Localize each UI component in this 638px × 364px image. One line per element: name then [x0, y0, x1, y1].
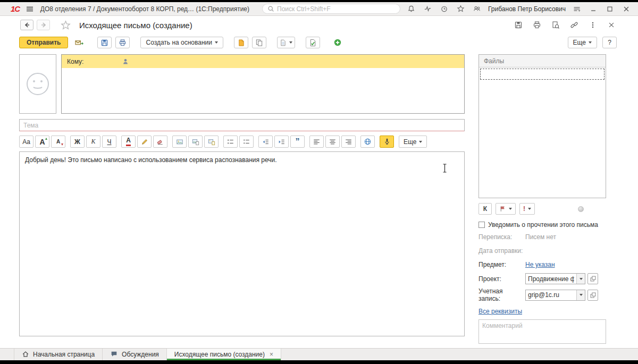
favorites-star-icon[interactable] [455, 4, 466, 14]
text-color-button[interactable]: A [121, 136, 136, 148]
kebab-menu-icon[interactable] [587, 20, 598, 30]
files-list[interactable] [479, 67, 606, 198]
highlight-pen-button[interactable] [137, 136, 152, 148]
outdent-button[interactable] [258, 136, 273, 148]
quick-actions: К ! [478, 203, 606, 215]
favorite-star-icon[interactable] [61, 20, 71, 30]
account-combo[interactable] [525, 290, 585, 301]
project-combo[interactable] [525, 273, 585, 284]
insert-file-image-button[interactable] [204, 136, 219, 148]
control-button[interactable]: К [478, 203, 492, 215]
create-based-on-button[interactable]: Создать на основании [140, 37, 223, 48]
account-input[interactable] [526, 291, 576, 299]
close-window-button[interactable] [621, 4, 632, 14]
save-icon[interactable] [513, 20, 524, 30]
print-button[interactable] [115, 37, 130, 48]
flag-button[interactable] [496, 203, 516, 215]
align-center-button[interactable] [325, 136, 340, 148]
send-envelope-button[interactable] [72, 37, 87, 48]
signature-button[interactable] [306, 37, 320, 48]
notify-checkbox-row[interactable]: Уведомить о прочтении этого письма [478, 221, 606, 228]
chat-bubble-icon [110, 350, 118, 359]
checkbox-icon[interactable] [478, 222, 485, 228]
font-shrink-button[interactable]: A [51, 136, 65, 148]
history-icon[interactable] [439, 4, 449, 14]
person-icon [122, 58, 129, 65]
format-more-button[interactable]: Еще [399, 136, 427, 148]
account-dropdown-button[interactable] [576, 290, 585, 300]
align-left-button[interactable] [309, 136, 324, 148]
avatar [19, 54, 56, 114]
minimize-button[interactable] [588, 4, 599, 14]
recipients-list-area[interactable] [62, 68, 464, 113]
importance-button[interactable]: ! [519, 203, 535, 215]
get-link-icon[interactable] [569, 20, 580, 30]
tab-close-icon[interactable]: × [270, 351, 273, 358]
user-name[interactable]: Грибанов Петр Борисович [488, 5, 566, 13]
tab-outgoing-letter[interactable]: Исходящее письмо (создание) × [167, 349, 281, 360]
files-header: Файлы [479, 55, 606, 67]
files-empty-selection[interactable] [480, 69, 605, 80]
save-button[interactable] [97, 37, 112, 48]
main-area: Кому: Aa A A Ж К Ч [0, 51, 638, 345]
text-cursor-ibeam [442, 164, 447, 174]
numbered-list-icon [226, 138, 234, 146]
templates-dropdown-button[interactable] [277, 37, 295, 48]
preview-icon[interactable] [550, 20, 561, 30]
tab-home[interactable]: Начальная страница [14, 349, 103, 360]
quote-button[interactable]: ” [290, 136, 305, 148]
font-grow-button[interactable]: A [35, 136, 49, 148]
settings-menu-icon[interactable] [572, 4, 582, 14]
italic-button[interactable]: К [86, 136, 100, 148]
search-input[interactable] [277, 5, 396, 13]
clear-format-button[interactable] [153, 136, 167, 148]
all-details-row: Все реквизиты [478, 308, 606, 315]
main-menu-button[interactable] [25, 4, 35, 14]
comment-input[interactable] [478, 319, 606, 344]
tab-discussions[interactable]: Обсуждения [103, 349, 167, 360]
project-input[interactable] [526, 275, 576, 283]
microphone-icon [383, 138, 391, 146]
project-open-button[interactable] [587, 273, 598, 284]
send-button[interactable]: Отправить [19, 37, 68, 48]
subject-input[interactable] [19, 119, 465, 131]
indent-icon [278, 138, 286, 146]
recipients-field[interactable]: Кому: [61, 54, 465, 114]
paste-image-button[interactable] [188, 136, 203, 148]
subject-of-letter-link[interactable]: Не указан [525, 261, 555, 268]
notifications-bell-icon[interactable] [406, 4, 416, 14]
contacts-icon[interactable] [472, 4, 482, 14]
align-right-button[interactable] [341, 136, 356, 148]
more-label: Еще [573, 39, 586, 46]
properties-panel: Файлы К ! Уведомить о прочтении этого пи… [478, 54, 606, 345]
maximize-button[interactable] [605, 4, 615, 14]
close-document-icon[interactable] [606, 20, 617, 30]
translate-button[interactable] [360, 136, 375, 148]
arrow-up-icon [45, 138, 47, 140]
speech-recognition-button[interactable] [380, 136, 394, 148]
copy-button[interactable] [252, 37, 266, 48]
numbered-list-button[interactable] [223, 136, 238, 148]
back-button[interactable] [20, 20, 33, 30]
letter-body-editor[interactable]: Добрый день! Это письмо написано с испол… [19, 151, 465, 336]
search-icon [267, 5, 274, 13]
account-open-button[interactable] [587, 290, 598, 301]
insert-image-button[interactable] [172, 136, 187, 148]
to-row[interactable]: Кому: [62, 55, 464, 68]
files-panel: Файлы [478, 54, 606, 198]
global-search[interactable] [262, 4, 400, 14]
project-dropdown-button[interactable] [576, 274, 585, 284]
more-button[interactable]: Еще [568, 37, 597, 48]
activity-icon[interactable] [422, 4, 433, 14]
font-button[interactable]: Aa [19, 136, 33, 148]
underline-button[interactable]: Ч [102, 136, 116, 148]
help-button[interactable]: ? [602, 37, 617, 48]
all-details-link[interactable]: Все реквизиты [478, 308, 522, 315]
file-button[interactable] [234, 37, 248, 48]
bullet-list-button[interactable] [239, 136, 254, 148]
print-icon[interactable] [532, 20, 542, 30]
indent-button[interactable] [274, 136, 289, 148]
bold-button[interactable]: Ж [70, 136, 85, 148]
add-button[interactable] [331, 37, 345, 48]
forward-button[interactable] [37, 20, 50, 30]
